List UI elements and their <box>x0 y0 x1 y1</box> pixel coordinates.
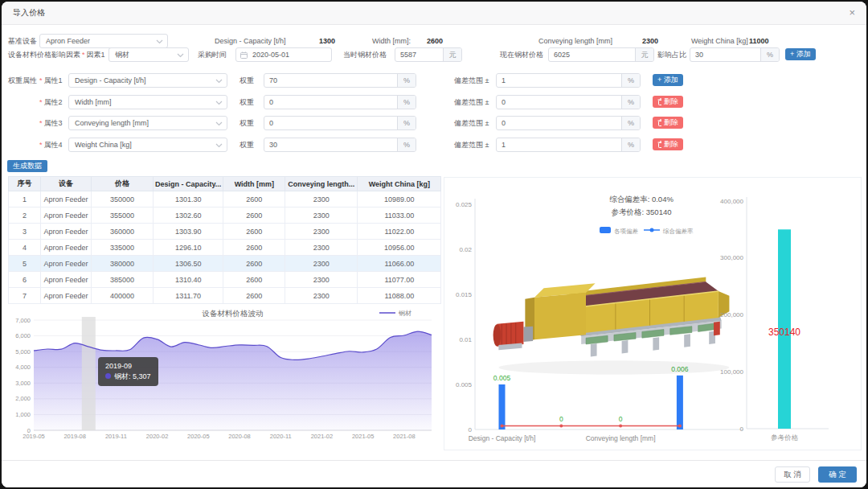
table-cell: 2600 <box>223 272 285 288</box>
attribute-select[interactable]: Weight China [kg] <box>68 138 227 152</box>
weight-input[interactable]: % <box>264 95 416 109</box>
svg-text:参考价格: 参考价格 <box>771 434 799 442</box>
svg-text:0.015: 0.015 <box>456 291 473 298</box>
now-price-input[interactable]: 元 <box>548 47 654 62</box>
yuan-suffix: 元 <box>635 48 653 61</box>
ratio-input[interactable]: % <box>690 47 780 62</box>
weight-input[interactable]: % <box>264 116 416 130</box>
table-row[interactable]: 3Apron Feeder3600001303.902600230011022.… <box>9 224 441 240</box>
chevron-down-icon <box>215 121 223 126</box>
svg-text:300,000: 300,000 <box>720 254 743 261</box>
svg-text:综合偏差率: 综合偏差率 <box>662 228 694 235</box>
svg-text:1,000: 1,000 <box>15 411 31 418</box>
attribute-label: *属性1 <box>39 73 63 88</box>
delete-attribute-button[interactable]: 删除 <box>653 138 683 150</box>
svg-text:0: 0 <box>619 415 623 423</box>
svg-text:350140: 350140 <box>768 327 800 338</box>
generate-data-button[interactable]: 生成数据 <box>7 160 47 172</box>
attribute-select[interactable]: Width [mm] <box>68 95 227 109</box>
table-cell: 3 <box>9 224 41 240</box>
spec-label: Width [mm]: <box>372 34 411 48</box>
delete-attribute-button[interactable]: 删除 <box>653 117 683 129</box>
svg-text:2019-08: 2019-08 <box>63 433 86 440</box>
table-cell: 1 <box>9 191 41 208</box>
weight-input[interactable]: % <box>264 138 416 152</box>
svg-text:综合偏差率: 0.04%: 综合偏差率: 0.04% <box>609 195 674 203</box>
table-cell: 350000 <box>92 191 154 208</box>
table-cell: 400000 <box>92 288 154 304</box>
table-row[interactable]: 1Apron Feeder3500001301.302600230010989.… <box>9 191 441 208</box>
spec-value: 2600 <box>427 34 443 48</box>
spec-value: 1300 <box>319 34 335 48</box>
trash-icon <box>657 141 661 148</box>
table-row[interactable]: 4Apron Feeder3350001296.102600230010956.… <box>9 240 441 256</box>
table-cell: 2600 <box>223 288 285 304</box>
table-cell: 11066.00 <box>358 256 441 272</box>
table-cell: Apron Feeder <box>41 208 92 224</box>
table-header-cell: Width [mm] <box>223 177 285 191</box>
then-price-label: 当时钢材价格 <box>343 47 387 62</box>
now-price-label: 现在钢材价格 <box>500 47 543 62</box>
chevron-down-icon <box>215 79 223 84</box>
svg-text:4,000: 4,000 <box>15 364 31 371</box>
confirm-button[interactable]: 确 定 <box>818 466 857 483</box>
base-device-row: 基准设备 Apron Feeder Design - Capacity [t/h… <box>2 34 866 48</box>
table-cell: 335000 <box>92 240 154 256</box>
table-row[interactable]: 6Apron Feeder3850001310.402600230011077.… <box>9 272 441 288</box>
table-cell: 6 <box>9 272 41 288</box>
attribute-select[interactable]: Conveying length [mm] <box>68 116 227 130</box>
deviation-input[interactable]: % <box>496 95 641 109</box>
factor-select[interactable]: 钢材 <box>108 47 189 62</box>
table-header-cell: Conveying length... <box>285 177 358 191</box>
material-price-chart: 01,0002,0003,0004,0005,0006,0007,0002019… <box>8 306 438 450</box>
base-device-select[interactable]: Apron Feeder <box>39 34 168 48</box>
deviation-label: 偏差范围 ± <box>454 138 489 152</box>
attribute-select[interactable]: Design - Capacity [t/h] <box>68 73 227 88</box>
svg-text:参考价格: 350140: 参考价格: 350140 <box>612 208 672 216</box>
spec-value: 11000 <box>749 34 769 48</box>
svg-text:200,000: 200,000 <box>720 311 743 318</box>
purchase-time-label: 采购时间 <box>198 47 227 62</box>
table-cell: 11022.00 <box>358 224 441 240</box>
close-icon[interactable]: × <box>849 2 855 24</box>
table-cell: 2300 <box>285 191 358 208</box>
table-cell: 2300 <box>285 208 358 224</box>
table-row[interactable]: 2Apron Feeder3550001302.602600230011033.… <box>9 208 441 224</box>
svg-text:钢材: 钢材 <box>398 310 411 317</box>
svg-text:各项偏差: 各项偏差 <box>614 228 639 235</box>
weight-attribute-row: *属性3Conveying length [mm]权重%偏差范围 ±%删除 <box>2 116 866 130</box>
table-cell: 1311.70 <box>154 288 223 304</box>
table-cell: Apron Feeder <box>41 256 92 272</box>
chevron-down-icon <box>156 39 163 44</box>
table-row[interactable]: 5Apron Feeder3800001306.502600230011066.… <box>9 256 441 272</box>
deviation-input[interactable]: % <box>496 116 641 130</box>
cancel-button[interactable]: 取 消 <box>775 466 810 483</box>
table-cell: 2600 <box>223 256 285 272</box>
svg-text:100,000: 100,000 <box>720 368 743 376</box>
svg-text:6,000: 6,000 <box>15 332 31 339</box>
deviation-input[interactable]: % <box>496 138 641 152</box>
dialog-header: 导入价格 × <box>2 2 866 25</box>
svg-text:Design - Capacity [t/h]: Design - Capacity [t/h] <box>469 434 536 442</box>
price-factor-row: 设备材料价格影响因素 *因素1 钢材 采购时间 当时钢材价格 元 现在钢材价格 … <box>2 47 866 62</box>
weight-attribute-row: 权重属性*属性1Design - Capacity [t/h]权重%偏差范围 ±… <box>2 73 866 88</box>
weight-label: 权重 <box>240 73 254 88</box>
purchase-date-input[interactable] <box>235 47 332 62</box>
then-price-input[interactable]: 元 <box>395 47 462 62</box>
weight-label: 权重 <box>240 95 254 109</box>
percent-suffix: % <box>760 48 779 61</box>
weight-input[interactable]: % <box>264 73 416 88</box>
delete-attribute-button[interactable]: 删除 <box>653 96 683 108</box>
svg-text:2020-11: 2020-11 <box>270 433 292 440</box>
deviation-input[interactable]: % <box>496 73 641 88</box>
svg-text:0.02: 0.02 <box>459 246 472 253</box>
dialog-footer: 取 消 确 定 <box>2 460 866 487</box>
table-row[interactable]: 7Apron Feeder4000001311.702600230011088.… <box>9 288 441 304</box>
add-factor-button[interactable]: + 添加 <box>785 48 816 60</box>
svg-text:0.025: 0.025 <box>456 201 473 208</box>
dialog-title: 导入价格 <box>13 2 45 24</box>
weight-label: 权重 <box>240 116 254 130</box>
add-attribute-button[interactable]: + 添加 <box>653 74 683 86</box>
table-cell: 360000 <box>92 224 154 240</box>
weight-attribute-row: *属性2Width [mm]权重%偏差范围 ±%删除 <box>2 95 866 109</box>
